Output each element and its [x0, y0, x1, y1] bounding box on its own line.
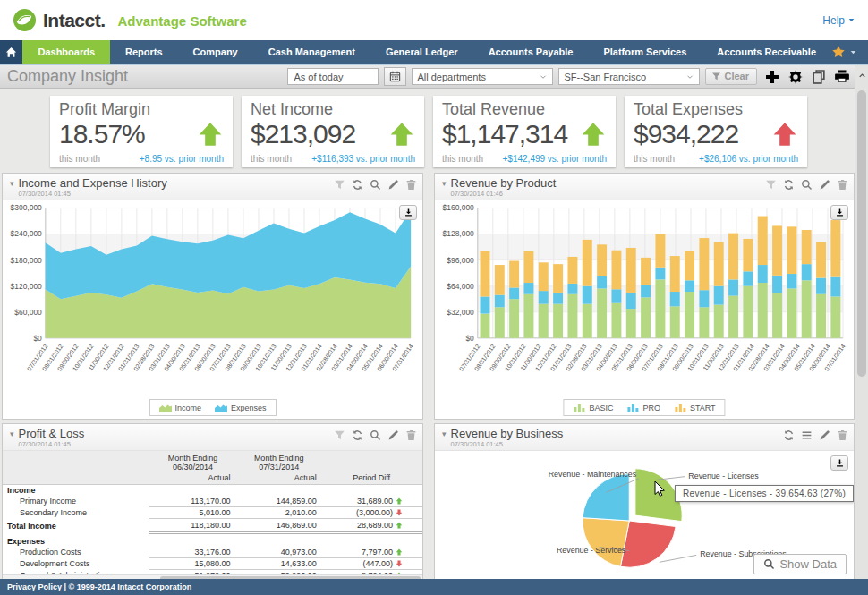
vertical-scrollbar-thumb[interactable]	[857, 90, 866, 377]
bar-segment-start[interactable]	[626, 248, 636, 293]
bar-segment-basic[interactable]	[509, 299, 519, 338]
legend-item-income[interactable]: Income	[158, 403, 201, 412]
refresh-icon[interactable]	[352, 429, 363, 441]
footer-text[interactable]: Privacy Policy | © 1999-2014 Intacct Cor…	[7, 582, 191, 591]
bar-segment-basic[interactable]	[567, 294, 577, 338]
bar-segment-basic[interactable]	[670, 306, 680, 337]
pie-slice-revenue-services[interactable]	[583, 518, 629, 567]
bar-segment-basic[interactable]	[714, 305, 724, 338]
nav-tab-accounts-payable[interactable]: Accounts Payable	[473, 40, 589, 64]
nav-tab-dashboards[interactable]: Dashboards	[22, 40, 110, 64]
show-data-button[interactable]: Show Data	[753, 554, 847, 574]
bar-segment-basic[interactable]	[743, 286, 753, 338]
refresh-icon[interactable]	[352, 179, 363, 191]
bar-segment-start[interactable]	[583, 240, 592, 286]
nav-tab-platform-services[interactable]: Platform Services	[588, 40, 702, 64]
bar-segment-pro[interactable]	[583, 286, 592, 304]
location-select[interactable]: SF--San Francisco	[558, 68, 700, 85]
filter-icon[interactable]	[334, 179, 345, 191]
favorites-caret-icon[interactable]	[849, 48, 857, 56]
bar-segment-start[interactable]	[553, 264, 563, 293]
nav-tab-company[interactable]: Company	[178, 40, 253, 64]
collapse-panel-icon[interactable]: ▾	[442, 179, 447, 188]
bar-segment-start[interactable]	[567, 257, 577, 284]
bar-segment-start[interactable]	[802, 230, 812, 264]
bar-segment-start[interactable]	[480, 251, 489, 297]
bar-segment-start[interactable]	[509, 260, 519, 287]
as-of-date-input[interactable]: As of today	[287, 68, 379, 85]
bar-segment-start[interactable]	[830, 220, 840, 277]
refresh-icon[interactable]	[783, 429, 795, 441]
bar-segment-pro[interactable]	[830, 277, 840, 297]
legend-item-expenses[interactable]: Expenses	[215, 403, 267, 412]
collapse-panel-icon[interactable]: ▾	[442, 429, 447, 438]
bar-segment-pro[interactable]	[495, 295, 505, 308]
calendar-button[interactable]	[384, 67, 406, 86]
delete-icon[interactable]	[405, 429, 417, 441]
bar-segment-basic[interactable]	[641, 297, 651, 337]
bar-segment-start[interactable]	[539, 262, 549, 291]
bar-segment-basic[interactable]	[626, 309, 636, 338]
refresh-icon[interactable]	[783, 179, 795, 191]
bar-segment-pro[interactable]	[772, 276, 782, 293]
export-chart-button[interactable]	[830, 455, 848, 471]
export-chart-button[interactable]	[399, 205, 417, 220]
bar-segment-pro[interactable]	[509, 287, 519, 299]
bar-segment-basic[interactable]	[685, 292, 694, 338]
bar-segment-basic[interactable]	[728, 296, 738, 338]
pie-slice-revenue-maintenances[interactable]	[583, 474, 629, 521]
bar-segment-basic[interactable]	[655, 279, 665, 337]
bar-segment-basic[interactable]	[553, 304, 563, 338]
bar-segment-basic[interactable]	[772, 293, 782, 338]
bar-segment-pro[interactable]	[787, 274, 796, 288]
copy-dashboard-icon[interactable]	[811, 69, 827, 85]
search-icon[interactable]	[370, 429, 381, 441]
collapse-panel-icon[interactable]: ▾	[10, 179, 14, 188]
nav-tab-cash-management[interactable]: Cash Management	[253, 40, 370, 64]
bar-segment-start[interactable]	[787, 226, 796, 274]
bar-segment-start[interactable]	[611, 251, 621, 290]
search-icon[interactable]	[801, 179, 813, 191]
list-icon[interactable]	[801, 429, 813, 441]
bar-segment-basic[interactable]	[758, 283, 768, 338]
delete-icon[interactable]	[405, 179, 417, 191]
bar-segment-pro[interactable]	[802, 264, 812, 280]
revenue-product-bar-chart[interactable]: $0$32,000$64,000$96,000$128,000$160,0000…	[437, 202, 848, 395]
bar-segment-pro[interactable]	[670, 292, 680, 306]
help-menu[interactable]: Help	[822, 14, 855, 27]
print-icon[interactable]	[834, 69, 850, 85]
bar-segment-basic[interactable]	[816, 294, 826, 338]
clear-filters-button[interactable]: Clear	[705, 68, 757, 85]
bar-segment-pro[interactable]	[641, 285, 651, 298]
delete-icon[interactable]	[837, 179, 848, 191]
bar-segment-basic[interactable]	[597, 288, 607, 337]
filter-icon[interactable]	[765, 179, 777, 191]
bar-segment-start[interactable]	[699, 238, 709, 290]
bar-segment-basic[interactable]	[699, 307, 709, 338]
bar-segment-start[interactable]	[641, 258, 651, 285]
bar-segment-pro[interactable]	[743, 271, 753, 285]
bar-segment-start[interactable]	[597, 244, 607, 276]
search-icon[interactable]	[370, 179, 381, 191]
bar-segment-pro[interactable]	[699, 290, 709, 307]
bar-segment-basic[interactable]	[495, 307, 505, 338]
bar-segment-basic[interactable]	[802, 280, 812, 338]
bar-segment-basic[interactable]	[523, 294, 533, 338]
department-select[interactable]: All departments	[412, 68, 553, 85]
legend-item-basic[interactable]: BASIC	[573, 403, 613, 412]
bar-segment-basic[interactable]	[611, 303, 621, 338]
filter-icon[interactable]	[334, 429, 345, 441]
bar-segment-pro[interactable]	[626, 293, 636, 309]
bar-segment-pro[interactable]	[523, 283, 533, 294]
bar-segment-pro[interactable]	[611, 289, 621, 302]
collapse-panel-icon[interactable]: ▾	[10, 429, 14, 438]
bar-segment-basic[interactable]	[830, 296, 840, 337]
legend-item-pro[interactable]: PRO	[626, 403, 660, 412]
bar-segment-start[interactable]	[728, 234, 738, 280]
bar-segment-pro[interactable]	[816, 278, 826, 294]
bar-segment-pro[interactable]	[758, 265, 768, 283]
bar-segment-basic[interactable]	[480, 314, 489, 338]
scroll-up-button[interactable]	[855, 65, 868, 85]
edit-icon[interactable]	[387, 429, 399, 441]
nav-tab-reports[interactable]: Reports	[110, 40, 178, 64]
